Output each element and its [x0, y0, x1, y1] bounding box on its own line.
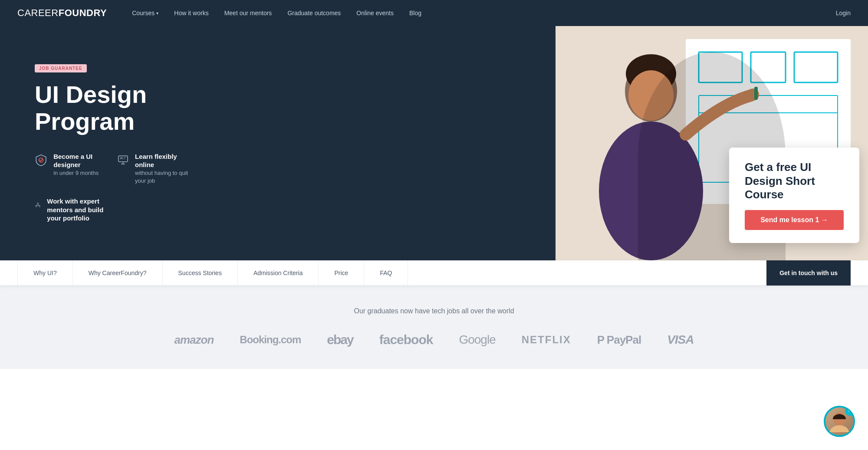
svg-rect-2 [120, 157, 123, 159]
free-course-card: Get a free UI Design Short Course Send m… [729, 148, 859, 243]
facebook-logo: facebook [379, 332, 433, 347]
svg-point-7 [39, 206, 40, 207]
ebay-logo: ebay [327, 332, 353, 347]
amazon-logo: amazon [174, 333, 214, 347]
sub-nav-why-cf[interactable]: Why CareerFoundry? [73, 260, 163, 286]
feature-text-mentors: Work with expert mentors and build your … [47, 197, 108, 223]
chevron-down-icon: ▾ [156, 11, 158, 16]
netflix-logo: NETFLIX [522, 334, 571, 346]
monitor-icon [117, 152, 129, 168]
hero-feature-online: Learn flexibly online without having to … [117, 152, 191, 185]
hero-image: Get a free UI Design Short Course Send m… [556, 26, 868, 260]
visa-logo: VISA [667, 333, 694, 347]
free-course-title: Get a free UI Design Short Course [745, 161, 844, 201]
svg-rect-20 [754, 87, 758, 100]
network-icon [35, 197, 41, 213]
feature-text-online: Learn flexibly online without having to … [135, 152, 191, 185]
nav-courses[interactable]: Courses ▾ [124, 0, 166, 26]
svg-point-19 [747, 89, 759, 101]
main-nav: CAREERFOUNDRY Courses ▾ How it works Mee… [0, 0, 868, 26]
booking-logo: Booking.com [240, 334, 301, 346]
nav-how-it-works[interactable]: How it works [166, 0, 216, 26]
logo-bold: FOUNDRY [59, 7, 107, 18]
svg-rect-4 [123, 158, 125, 159]
svg-rect-3 [123, 157, 126, 158]
sub-nav-price[interactable]: Price [319, 260, 364, 286]
sub-nav-why-ui[interactable]: Why UI? [17, 260, 73, 286]
login-link[interactable]: Login [836, 10, 851, 16]
nav-blog[interactable]: Blog [401, 0, 429, 26]
hero-feature-designer: Become a UI designer in under 9 months [35, 152, 108, 185]
hero-features: Become a UI designer in under 9 months L… [35, 152, 191, 223]
hero-title: UI Design Program [35, 81, 191, 135]
paypal-logo: P PayPal [597, 333, 641, 347]
sub-nav-faq[interactable]: FAQ [364, 260, 408, 286]
nav-events[interactable]: Online events [349, 0, 401, 26]
hero-section: JOB GUARANTEE UI Design Program Become a… [0, 26, 868, 260]
google-logo: Google [459, 333, 495, 347]
logo-text: CAREER [17, 7, 59, 18]
sub-nav-cta-button[interactable]: Get in touch with us [766, 260, 851, 286]
nav-links: Courses ▾ How it works Meet our mentors … [124, 0, 836, 26]
svg-point-6 [36, 206, 37, 207]
svg-point-18 [599, 122, 703, 260]
sub-nav-links: Why UI? Why CareerFoundry? Success Stori… [17, 260, 766, 286]
sub-nav-success[interactable]: Success Stories [163, 260, 238, 286]
job-guarantee-badge: JOB GUARANTEE [35, 64, 87, 72]
hero-content: JOB GUARANTEE UI Design Program Become a… [0, 38, 226, 248]
svg-rect-1 [118, 156, 128, 162]
sub-nav: Why UI? Why CareerFoundry? Success Stori… [0, 260, 868, 286]
hero-feature-mentors: Work with expert mentors and build your … [35, 197, 108, 223]
graduates-title: Our graduates now have tech jobs all ove… [17, 307, 851, 315]
nav-outcomes[interactable]: Graduate outcomes [279, 0, 349, 26]
feature-text-designer: Become a UI designer in under 9 months [53, 152, 108, 177]
svg-point-17 [628, 70, 674, 121]
sub-nav-admission[interactable]: Admission Criteria [238, 260, 319, 286]
svg-point-5 [37, 203, 39, 204]
graduates-section: Our graduates now have tech jobs all ove… [0, 286, 868, 369]
shield-check-icon [35, 152, 47, 168]
logo[interactable]: CAREERFOUNDRY [17, 7, 107, 19]
company-logos: amazon Booking.com ebay facebook Google … [17, 332, 851, 347]
send-lesson-button[interactable]: Send me lesson 1 → [745, 210, 844, 230]
nav-mentors[interactable]: Meet our mentors [217, 0, 280, 26]
